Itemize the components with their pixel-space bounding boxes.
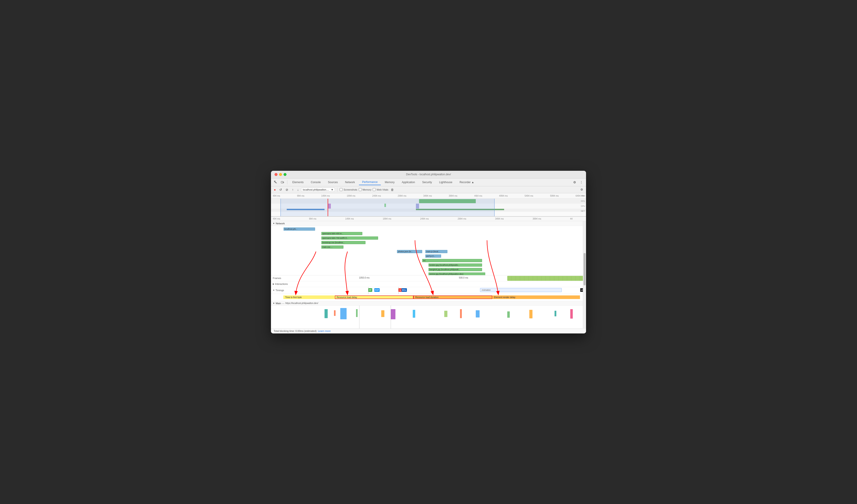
interactions-content: [283, 281, 586, 287]
net-resource-venice[interactable]: venice.jpg (localhost.philipwalton.dev): [428, 272, 485, 275]
tab-security[interactable]: Security: [419, 180, 435, 185]
record-button[interactable]: ●: [273, 187, 277, 192]
timing-dcl-badge[interactable]: DCL: [402, 288, 407, 292]
flame-bar: [391, 309, 396, 319]
performance-toolbar: ● ↺ ⊘ ↑ ↓ localhost.philipwalton.... ▼ S…: [271, 186, 586, 193]
tab-console[interactable]: Console: [308, 180, 324, 185]
tab-sources[interactable]: Sources: [325, 180, 341, 185]
net-resource-opensans400[interactable]: opensans-latin-400.w...: [321, 232, 362, 235]
interactions-row[interactable]: ▶ Interactions: [271, 281, 586, 287]
minimize-button[interactable]: [279, 173, 282, 176]
web-vitals-checkbox[interactable]: Web Vitals: [373, 188, 388, 191]
tab-application[interactable]: Application: [399, 180, 418, 185]
frames-content: 1050.0 ms 500.0 ms: [283, 275, 586, 281]
timeline-overview[interactable]: FPS CPU NET: [271, 199, 586, 217]
network-collapse-arrow[interactable]: ▼: [273, 222, 275, 224]
rt-bar-erd: Element render delay: [492, 296, 580, 299]
overview-ruler: 494 ms 994 ms 1494 ms 1994 ms 2494 ms 29…: [271, 193, 586, 199]
net-resource-photosjson[interactable]: photos.json (lo...: [397, 250, 422, 253]
timing-fcp-badge[interactable]: FCP: [374, 288, 380, 292]
panel-main: ▼ Network localhost.phi... opensans-lati…: [271, 221, 586, 328]
timings-row[interactable]: ▼ Timings FP FCP L DCL Ani: [271, 287, 586, 294]
network-row: bangkok.jpg (localhost.philipwalt...: [271, 267, 586, 272]
inspect-element-button[interactable]: [273, 180, 279, 185]
network-timeline[interactable]: localhost.phi... opensans-latin-400.w...…: [271, 226, 586, 275]
overview-selection[interactable]: [281, 199, 495, 216]
timings-arrow[interactable]: ▼: [273, 289, 275, 291]
url-text: localhost.philipwalton....: [303, 188, 330, 191]
timing-fp-badge[interactable]: FP: [368, 288, 372, 292]
net-resource-mainjs[interactable]: main.js (local...: [425, 250, 448, 253]
tab-memory[interactable]: Memory: [382, 180, 398, 185]
clear-recording-button[interactable]: 🗑: [390, 187, 395, 192]
detail-label: 2494 ms: [420, 218, 429, 220]
learn-more-link[interactable]: Learn more: [318, 330, 331, 332]
detail-label: 1494 ms: [345, 218, 354, 220]
main-separator: —: [282, 302, 284, 305]
detail-label: 3994 ms: [533, 218, 541, 220]
net-resource-opensans700[interactable]: opensans-latin-700.woff2 (l...: [321, 236, 378, 240]
network-row: london.jpg (localhost.philipwalto...: [271, 263, 586, 267]
upload-button[interactable]: ↑: [291, 187, 295, 192]
network-section-header[interactable]: ▼ Network: [271, 221, 586, 226]
detail-label: 2994 ms: [457, 218, 466, 220]
tab-recorder[interactable]: Recorder ▲: [456, 180, 477, 185]
ruler-label: 5494 ms: [525, 195, 533, 197]
main-label: Main: [276, 302, 281, 305]
device-toolbar-button[interactable]: [280, 180, 285, 185]
frames-time-label-2: 500.0 ms: [459, 276, 468, 279]
detail-label: 494 ms: [273, 218, 280, 220]
detail-label: 44: [570, 218, 573, 220]
ruler-label: 3494 ms: [423, 195, 432, 197]
detail-label: 3494 ms: [495, 218, 504, 220]
fps-label: FPS: [581, 195, 585, 197]
window-title: DevTools - localhost.philipwalton.dev/: [406, 173, 451, 176]
flame-bar: [529, 310, 533, 318]
main-section-header[interactable]: ▼ Main — https://localhost.philipwalton.…: [271, 301, 586, 306]
net-resource-london2: [425, 259, 482, 262]
net-resource-bootstrap[interactable]: bootstrap.css (localhos...: [321, 241, 366, 244]
interactions-label[interactable]: ▶ Interactions: [271, 283, 283, 285]
fps-right-label: FPS: [581, 200, 585, 202]
flame-chart[interactable]: [271, 306, 586, 328]
memory-checkbox[interactable]: Memory: [359, 188, 372, 191]
detail-ruler: 494 ms 994 ms 1494 ms 1994 ms 2494 ms 29…: [271, 217, 586, 221]
animation-bar[interactable]: Animation: [480, 288, 562, 292]
frames-time-label-1: 1050.0 ms: [359, 276, 370, 279]
svg-rect-1: [281, 181, 283, 183]
tab-lighthouse[interactable]: Lighthouse: [436, 180, 455, 185]
flame-bar: [334, 310, 336, 316]
cpu-right-label: CPU: [581, 205, 585, 207]
ruler-label: 994 ms: [297, 195, 304, 197]
tab-performance[interactable]: Performance: [359, 179, 381, 185]
dashed-line-l: [398, 287, 399, 293]
more-button[interactable]: ⋮: [578, 180, 584, 185]
network-row: photos.json (lo... main.js (local...: [271, 249, 586, 254]
tab-network[interactable]: Network: [342, 180, 358, 185]
reload-record-button[interactable]: ↺: [278, 187, 283, 192]
url-dropdown-icon: ▼: [331, 188, 334, 191]
scrollbar-thumb[interactable]: [584, 253, 586, 285]
url-selector[interactable]: localhost.philipwalton.... ▼: [301, 188, 335, 192]
cursor-line: [328, 199, 328, 216]
main-panel: ▼ Network localhost.phi... opensans-lati…: [271, 221, 586, 328]
net-resource-maincss[interactable]: main.css ...: [321, 246, 343, 249]
scrollbar-track[interactable]: [583, 221, 586, 328]
clear-button[interactable]: ⊘: [284, 187, 289, 192]
performance-settings-button[interactable]: ⚙: [579, 187, 584, 192]
net-resource-perfjs[interactable]: perf.js (l...: [425, 254, 441, 258]
interactions-arrow[interactable]: ▶: [273, 283, 274, 285]
frames-label: Frames: [271, 277, 283, 280]
timeline-rows: Frames 1050.0 ms 500.0 ms ▶: [271, 275, 586, 294]
download-button[interactable]: ↓: [296, 187, 300, 192]
net-resource-bangkok[interactable]: bangkok.jpg (localhost.philipwalt...: [428, 268, 482, 271]
net-resource-localhost[interactable]: localhost.phi...: [284, 228, 315, 231]
net-resource-london-r[interactable]: london.jpg (localhost.philipwalto...: [428, 264, 482, 267]
settings-button[interactable]: ⚙: [572, 180, 577, 185]
main-collapse-arrow[interactable]: ▼: [273, 302, 275, 304]
timings-label[interactable]: ▼ Timings: [271, 289, 283, 291]
close-button[interactable]: [274, 173, 278, 176]
maximize-button[interactable]: [284, 173, 286, 176]
tab-elements[interactable]: Elements: [289, 180, 307, 185]
screenshots-checkbox[interactable]: Screenshots: [340, 188, 357, 191]
